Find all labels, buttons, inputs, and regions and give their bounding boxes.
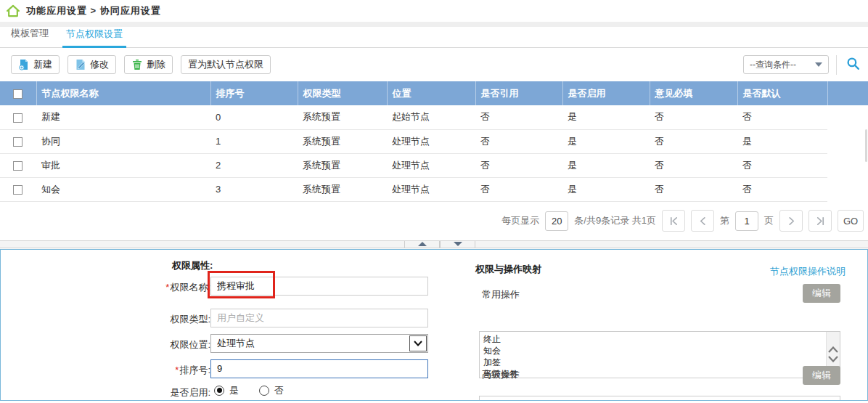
row-checkbox[interactable] xyxy=(13,161,22,171)
cell-referenced: 否 xyxy=(475,177,562,201)
cell-enabled: 是 xyxy=(562,177,650,201)
first-page-button[interactable] xyxy=(662,210,685,232)
last-page-button[interactable] xyxy=(808,210,832,232)
col-header-name: 节点权限名称 xyxy=(36,81,210,105)
page-number-input[interactable] xyxy=(735,211,758,231)
list-item[interactable]: 加签 xyxy=(483,357,822,368)
permission-position-label: 权限位置: xyxy=(109,338,210,351)
per-page-label: 每页显示 xyxy=(501,214,539,227)
edit-advanced-operations-button[interactable]: 编辑 xyxy=(803,366,840,385)
new-document-icon xyxy=(18,59,30,70)
order-number-label: *排序号: xyxy=(109,364,210,377)
set-default-button-label: 置为默认节点权限 xyxy=(188,58,263,71)
per-page-input[interactable] xyxy=(545,211,568,231)
triangle-down-icon xyxy=(454,242,462,246)
cell-blank xyxy=(827,129,868,153)
permission-position-select[interactable]: 处理节点 xyxy=(210,334,428,353)
row-checkbox[interactable] xyxy=(13,113,22,123)
cell-position: 处理节点 xyxy=(387,177,475,201)
cell-blank xyxy=(827,105,868,129)
col-header-type: 权限类型 xyxy=(298,81,387,105)
page-suffix-label: 页 xyxy=(764,214,774,227)
cell-order: 1 xyxy=(210,129,298,153)
table-vertical-scrollbar[interactable] xyxy=(865,129,867,162)
permission-type-label: 权限类型: xyxy=(109,313,210,326)
radio-no[interactable] xyxy=(259,386,269,396)
node-permission-help-link[interactable]: 节点权限操作说明 xyxy=(770,265,846,278)
collapse-up-button[interactable] xyxy=(404,241,440,248)
tab-bar: 模板管理 节点权限设置 xyxy=(0,27,868,48)
select-chevron-icon[interactable] xyxy=(409,335,427,351)
cell-order: 2 xyxy=(210,153,298,177)
list-item[interactable]: 当前会签 xyxy=(483,368,822,378)
cell-default: 否 xyxy=(737,153,827,177)
modify-button[interactable]: 修改 xyxy=(67,55,116,74)
records-summary: 条/共9条记录 共1页 xyxy=(574,214,656,227)
cell-blank xyxy=(827,177,868,201)
cell-name: 协同 xyxy=(36,129,210,153)
delete-button-label: 删除 xyxy=(147,58,165,71)
collapse-down-button[interactable] xyxy=(440,241,475,248)
search-button[interactable] xyxy=(843,55,862,74)
query-condition-select[interactable]: --查询条件-- xyxy=(743,55,829,74)
advanced-operations-listbox[interactable] xyxy=(479,396,840,401)
required-mark: * xyxy=(165,282,169,293)
cell-opinion-required: 否 xyxy=(650,177,737,201)
next-page-button[interactable] xyxy=(779,210,803,232)
new-button-label: 新建 xyxy=(33,58,52,71)
modify-button-label: 修改 xyxy=(90,58,109,71)
previous-page-button[interactable] xyxy=(691,210,714,232)
panel-splitter[interactable] xyxy=(0,240,868,248)
cell-referenced: 否 xyxy=(475,129,562,153)
dropdown-arrow-icon xyxy=(815,62,822,67)
table-row[interactable]: 新建 0 系统预置 起始节点 否 是 否 否 xyxy=(0,105,868,129)
col-header-referenced: 是否引用 xyxy=(475,81,562,105)
cell-opinion-required: 否 xyxy=(650,129,737,153)
cell-default: 否 xyxy=(737,105,827,129)
app-window: 功能应用设置 > 协同应用设置 模板管理 节点权限设置 新建 xyxy=(0,0,868,403)
tab-template-management[interactable]: 模板管理 xyxy=(7,23,52,47)
radio-no-label: 否 xyxy=(274,384,284,397)
go-button[interactable]: GO xyxy=(838,210,864,232)
cell-opinion-required: 否 xyxy=(650,153,737,177)
cell-name: 审批 xyxy=(36,153,210,177)
edit-common-operations-button[interactable]: 编辑 xyxy=(803,284,840,303)
enabled-label: 是否启用: xyxy=(109,386,210,399)
new-button[interactable]: 新建 xyxy=(11,55,60,74)
list-item[interactable]: 知会 xyxy=(483,345,822,357)
select-all-checkbox[interactable] xyxy=(13,89,22,99)
table-row[interactable]: 审批 2 系统预置 处理节点 否 是 否 否 xyxy=(0,153,868,177)
table-header-row: 节点权限名称 排序号 权限类型 位置 是否引用 是否启用 意见必填 是否默认 xyxy=(0,81,868,105)
cell-position: 处理节点 xyxy=(387,129,475,153)
col-header-blank xyxy=(827,81,868,105)
enabled-radio-group: 是 否 xyxy=(214,384,284,397)
cell-type: 系统预置 xyxy=(298,177,387,201)
col-header-enabled: 是否启用 xyxy=(562,81,650,105)
cell-default: 否 xyxy=(737,177,827,201)
common-operations-items: 终止 知会 加签 当前会签 xyxy=(480,333,825,378)
permission-name-input[interactable] xyxy=(210,277,428,296)
permission-position-value: 处理节点 xyxy=(217,337,255,350)
cell-enabled: 是 xyxy=(562,105,650,129)
cell-enabled: 是 xyxy=(562,153,650,177)
pagination-bar: 每页显示 条/共9条记录 共1页 第 页 GO xyxy=(0,202,868,240)
row-checkbox[interactable] xyxy=(13,137,22,147)
radio-yes[interactable] xyxy=(214,386,224,396)
node-permission-table: 节点权限名称 排序号 权限类型 位置 是否引用 是否启用 意见必填 是否默认 新… xyxy=(0,81,868,202)
breadcrumb: 功能应用设置 > 协同应用设置 xyxy=(26,4,161,17)
table-row[interactable]: 协同 1 系统预置 处理节点 否 是 否 是 xyxy=(0,129,868,153)
order-number-input[interactable] xyxy=(210,359,428,378)
row-checkbox[interactable] xyxy=(13,185,22,195)
home-icon[interactable] xyxy=(6,4,20,18)
permission-name-label: *权限名称: xyxy=(109,281,210,294)
table-row[interactable]: 知会 3 系统预置 处理节点 否 是 否 否 xyxy=(0,177,868,201)
common-operations-listbox[interactable]: 终止 知会 加签 当前会签 xyxy=(479,331,840,378)
tab-node-permission-settings[interactable]: 节点权限设置 xyxy=(62,24,126,48)
delete-button[interactable]: 删除 xyxy=(124,55,173,74)
set-default-node-permission-button[interactable]: 置为默认节点权限 xyxy=(181,55,271,74)
list-item[interactable]: 终止 xyxy=(483,333,822,345)
query-condition-value: --查询条件-- xyxy=(750,59,796,71)
cell-type: 系统预置 xyxy=(298,129,387,153)
toolbar: 新建 修改 删除 置为 xyxy=(0,48,868,81)
cell-position: 起始节点 xyxy=(387,105,475,129)
